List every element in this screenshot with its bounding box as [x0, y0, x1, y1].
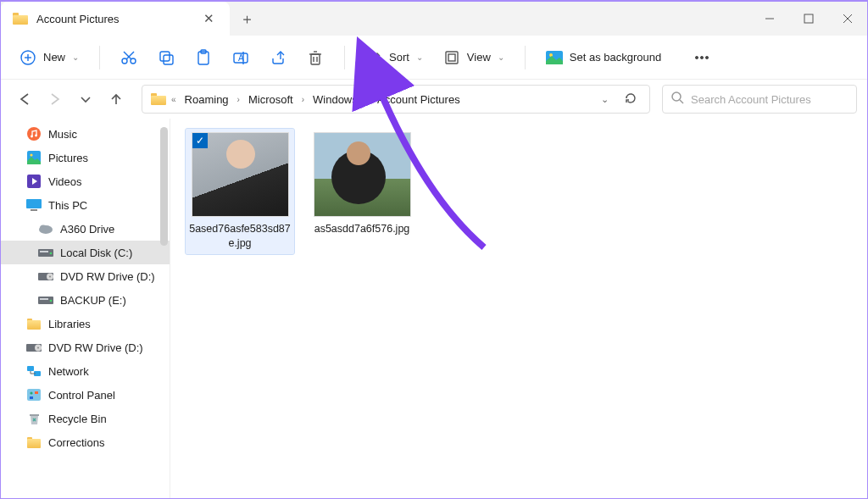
svg-point-31: [672, 92, 681, 101]
sidebar-item[interactable]: Control Panel: [1, 383, 170, 407]
svg-point-55: [37, 347, 39, 349]
paste-button[interactable]: [186, 44, 220, 71]
folder-icon: [151, 93, 166, 105]
sidebar-scrollbar[interactable]: [158, 119, 170, 498]
chevron-down-icon: ⌄: [498, 53, 504, 62]
svg-point-34: [31, 136, 33, 138]
minimize-button[interactable]: [750, 2, 789, 36]
delete-button[interactable]: [298, 44, 332, 71]
svg-rect-45: [40, 251, 48, 252]
new-tab-button[interactable]: ＋: [230, 2, 264, 36]
more-button[interactable]: [685, 44, 719, 71]
dvd-icon: [26, 341, 42, 354]
search-box[interactable]: [662, 85, 857, 114]
breadcrumb-item[interactable]: Roaming: [181, 91, 232, 108]
sidebar-item[interactable]: DVD RW Drive (D:): [1, 264, 170, 288]
file-item[interactable]: ✓5ased76asfe583sd87e.jpg: [186, 129, 294, 254]
sidebar-item[interactable]: Recycle Bin: [1, 407, 170, 430]
sidebar-item-label: This PC: [48, 199, 87, 212]
file-name: 5ased76asfe583sd87e.jpg: [189, 222, 291, 251]
share-icon: [270, 49, 287, 66]
copy-button[interactable]: [149, 44, 183, 71]
file-name: as5asdd7a6f576.jpg: [311, 222, 413, 236]
breadcrumb-item[interactable]: Account Pictures: [374, 91, 464, 108]
cut-button[interactable]: [112, 44, 146, 71]
sidebar-item-label: Music: [48, 128, 77, 141]
videos-icon: [26, 175, 42, 188]
search-input[interactable]: [691, 93, 848, 106]
back-button[interactable]: [11, 86, 38, 113]
file-content-area[interactable]: ✓5ased76asfe583sd87e.jpgas5asdd7a6f576.j…: [170, 119, 867, 498]
up-button[interactable]: [103, 86, 130, 113]
window-controls: [750, 2, 867, 36]
copy-icon: [158, 49, 175, 66]
sidebar-item-label: Local Disk (C:): [60, 247, 132, 259]
svg-rect-62: [30, 414, 39, 416]
sidebar-item[interactable]: Videos: [1, 169, 170, 193]
sidebar-item[interactable]: BACKUP (E:): [1, 288, 170, 312]
svg-point-59: [30, 391, 32, 394]
sidebar-item-label: Corrections: [48, 436, 104, 449]
share-button[interactable]: [261, 44, 295, 71]
breadcrumb-item[interactable]: Windows: [309, 91, 361, 108]
svg-rect-24: [446, 52, 458, 64]
chevron-down-icon: ⌄: [416, 53, 423, 62]
sidebar-item-label: BACKUP (E:): [60, 294, 126, 307]
tab-title: Account Pictures: [36, 13, 190, 25]
toolbar: New ⌄ A Sort ⌄ View ⌄ Set as background: [1, 36, 867, 80]
svg-point-43: [40, 225, 47, 231]
sidebar-item[interactable]: This PC: [1, 193, 170, 217]
checked-icon: ✓: [192, 133, 208, 148]
disk-icon: [38, 246, 53, 259]
sidebar-item[interactable]: DVD RW Drive (D:): [1, 335, 170, 359]
background-label: Set as background: [570, 51, 661, 64]
svg-rect-1: [804, 14, 813, 23]
rename-button[interactable]: A: [224, 44, 258, 71]
control-icon: [26, 388, 42, 402]
sidebar-item[interactable]: Network: [1, 359, 170, 383]
file-item[interactable]: as5asdd7a6f576.jpg: [308, 129, 416, 240]
sidebar-item[interactable]: Local Disk (C:): [1, 241, 170, 264]
chevron-right-icon: ›: [237, 95, 240, 104]
recycle-icon: [26, 412, 42, 425]
disk-icon: [38, 293, 53, 307]
network-icon: [26, 364, 42, 378]
new-button[interactable]: New ⌄: [11, 44, 87, 71]
body: MusicPicturesVideosThis PCA360 DriveLoca…: [1, 119, 867, 498]
sidebar-item[interactable]: Libraries: [1, 312, 170, 335]
recent-button[interactable]: [72, 86, 99, 113]
sidebar-item-label: Control Panel: [48, 389, 115, 402]
search-icon: [671, 91, 684, 107]
sort-label: Sort: [389, 51, 409, 64]
sidebar-item[interactable]: Corrections: [1, 430, 170, 454]
maximize-button[interactable]: [789, 2, 828, 36]
sidebar-item-label: Recycle Bin: [48, 413, 107, 425]
refresh-button[interactable]: [620, 88, 641, 111]
more-icon: [693, 49, 710, 66]
address-bar[interactable]: « Roaming › Microsoft › Windows › Accoun…: [142, 85, 650, 114]
forward-button[interactable]: [42, 86, 69, 113]
window-tab[interactable]: Account Pictures ✕: [1, 2, 230, 36]
sidebar-item[interactable]: Pictures: [1, 146, 170, 169]
separator: [525, 46, 526, 69]
svg-rect-25: [448, 54, 455, 61]
close-tab-icon[interactable]: ✕: [198, 8, 220, 29]
sort-button[interactable]: Sort ⌄: [357, 44, 431, 71]
sidebar-item-label: Videos: [48, 175, 82, 188]
view-button[interactable]: View ⌄: [435, 44, 513, 71]
navigation-row: « Roaming › Microsoft › Windows › Accoun…: [1, 80, 867, 119]
sidebar-item-label: Libraries: [48, 318, 91, 330]
title-bar: Account Pictures ✕ ＋: [1, 2, 867, 36]
svg-rect-40: [26, 199, 42, 208]
scrollbar-thumb[interactable]: [160, 127, 168, 246]
close-window-button[interactable]: [828, 2, 867, 36]
svg-point-27: [549, 53, 553, 57]
breadcrumb-item[interactable]: Microsoft: [245, 91, 297, 108]
svg-point-30: [706, 56, 709, 58]
svg-point-33: [27, 127, 41, 141]
svg-point-29: [701, 56, 704, 58]
sidebar-item[interactable]: A360 Drive: [1, 217, 170, 241]
set-background-button[interactable]: Set as background: [537, 44, 670, 71]
breadcrumb-dropdown[interactable]: ⌄: [594, 91, 615, 108]
sidebar-item[interactable]: Music: [1, 122, 170, 146]
